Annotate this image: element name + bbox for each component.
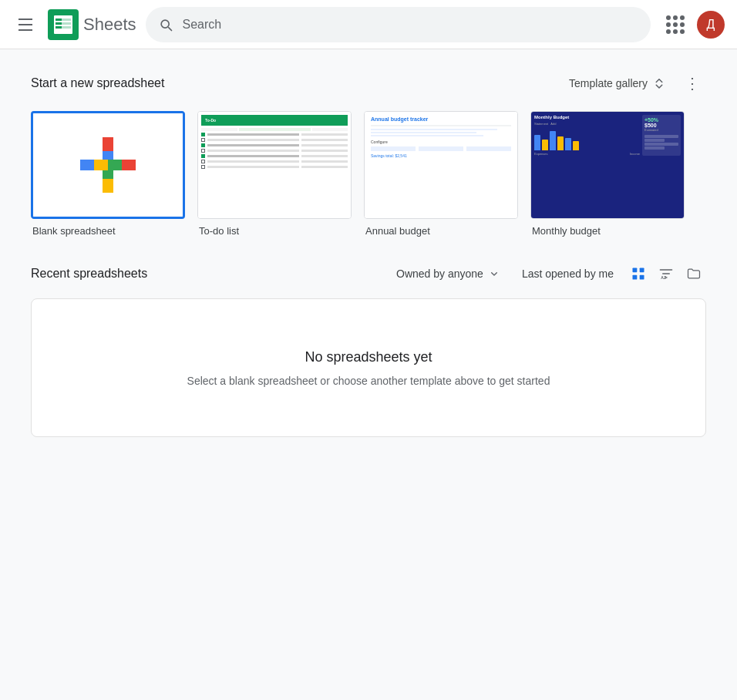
expand-icon xyxy=(652,76,666,90)
last-opened-label: Last opened by me xyxy=(522,268,614,280)
owned-by-dropdown[interactable]: Owned by anyone xyxy=(387,263,510,284)
recent-header: Recent spreadsheets Owned by anyone Last… xyxy=(31,261,706,286)
folder-view-button[interactable] xyxy=(681,261,706,286)
blank-thumbnail xyxy=(31,111,185,219)
empty-title: No spreadsheets yet xyxy=(305,349,432,365)
apps-launcher-button[interactable] xyxy=(660,9,691,40)
blank-card-label: Blank spreadsheet xyxy=(31,225,185,237)
template-card-annual[interactable]: Annual budget tracker Configure Savings … xyxy=(364,111,518,237)
svg-rect-9 xyxy=(640,268,644,273)
search-icon xyxy=(158,17,173,32)
annual-title-text: Annual budget tracker xyxy=(371,116,511,122)
monthly-title-small: Monthly Budget xyxy=(534,115,640,119)
google-plus-icon xyxy=(80,137,136,193)
hamburger-menu[interactable] xyxy=(12,12,39,37)
recent-section: Recent spreadsheets Owned by anyone Last… xyxy=(31,261,706,437)
owned-by-label: Owned by anyone xyxy=(396,268,483,280)
dropdown-arrow-icon xyxy=(488,268,500,280)
grid-view-icon xyxy=(631,266,646,281)
svg-rect-8 xyxy=(633,268,638,273)
search-bar-inner[interactable]: Search xyxy=(146,7,651,42)
empty-subtitle: Select a blank spreadsheet or choose ano… xyxy=(187,375,550,387)
view-toggle: AZ xyxy=(626,261,706,286)
todo-card-label: To-do list xyxy=(197,225,352,237)
sort-icon: AZ xyxy=(658,266,674,281)
svg-text:AZ: AZ xyxy=(661,275,666,280)
svg-rect-11 xyxy=(640,275,644,280)
filter-area: Owned by anyone Last opened by me xyxy=(387,261,706,286)
more-options-button[interactable]: ⋮ xyxy=(678,68,706,99)
search-bar: Search xyxy=(146,7,651,42)
template-gallery-label: Template gallery xyxy=(569,77,648,89)
search-placeholder-text: Search xyxy=(183,18,222,32)
template-card-blank[interactable]: Blank spreadsheet xyxy=(31,111,185,237)
app-name-label: Sheets xyxy=(83,15,136,35)
folder-icon xyxy=(686,266,702,281)
header-actions: Д xyxy=(660,9,725,40)
main-content: Start a new spreadsheet Template gallery… xyxy=(0,49,737,456)
todo-thumbnail: To-Do xyxy=(197,111,352,219)
svg-rect-7 xyxy=(56,26,62,29)
app-header: Sheets Search Д xyxy=(0,0,737,49)
sheets-logo-icon xyxy=(48,9,79,40)
app-logo-link[interactable]: Sheets xyxy=(48,9,136,40)
template-cards-container: Blank spreadsheet To-Do xyxy=(31,111,706,237)
annual-thumbnail: Annual budget tracker Configure Savings … xyxy=(364,111,518,219)
svg-rect-10 xyxy=(633,275,638,280)
apps-grid-icon xyxy=(666,15,685,34)
monthly-amount: $500 xyxy=(644,123,678,128)
template-section-header: Start a new spreadsheet Template gallery… xyxy=(31,68,706,99)
sort-button[interactable]: AZ xyxy=(654,261,678,286)
annual-card-label: Annual budget xyxy=(364,225,518,237)
monthly-stat: +50% xyxy=(644,117,678,123)
recent-title: Recent spreadsheets xyxy=(31,267,147,281)
new-spreadsheet-title: Start a new spreadsheet xyxy=(31,76,164,90)
empty-state: No spreadsheets yet Select a blank sprea… xyxy=(31,298,706,437)
grid-view-button[interactable] xyxy=(626,261,651,286)
monthly-thumbnail: Monthly Budget StatementAdd xyxy=(530,111,685,219)
svg-rect-5 xyxy=(56,19,62,21)
svg-rect-6 xyxy=(56,22,62,25)
template-card-monthly[interactable]: Monthly Budget StatementAdd xyxy=(530,111,685,237)
monthly-card-label: Monthly budget xyxy=(530,225,685,237)
template-card-todo[interactable]: To-Do To-do list xyxy=(197,111,352,237)
todo-header: To-Do xyxy=(201,115,348,126)
template-gallery-button[interactable]: Template gallery xyxy=(560,70,675,96)
user-avatar[interactable]: Д xyxy=(697,11,725,39)
